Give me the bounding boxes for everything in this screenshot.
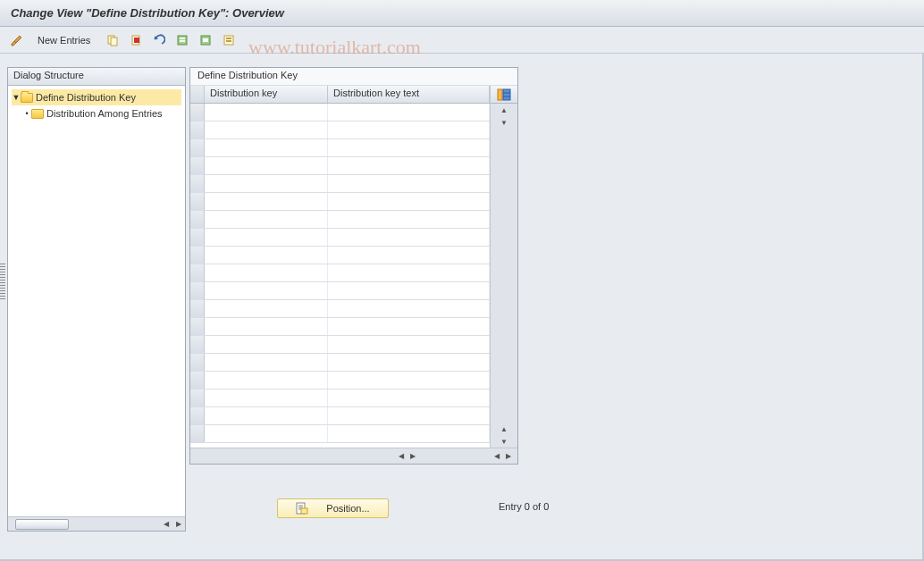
vertical-scrollbar[interactable]: ▲ ▼ ▲ ▼ — [491, 104, 517, 448]
row-selector[interactable] — [190, 336, 205, 353]
table-row[interactable] — [190, 336, 490, 354]
delete-button[interactable] — [126, 30, 146, 50]
cell-distribution-key[interactable] — [205, 211, 328, 228]
scroll-right-icon[interactable]: ▶ — [503, 450, 514, 463]
table-row[interactable] — [190, 139, 490, 157]
scroll-down-icon[interactable]: ▼ — [491, 435, 517, 448]
new-entries-button[interactable]: New Entries — [34, 33, 94, 47]
scroll-up-icon[interactable]: ▲ — [491, 423, 517, 435]
cell-distribution-key[interactable] — [205, 264, 328, 281]
table-row[interactable] — [190, 318, 490, 336]
cell-distribution-key-text[interactable] — [328, 336, 490, 353]
row-selector[interactable] — [190, 407, 205, 424]
cell-distribution-key-text[interactable] — [328, 157, 490, 174]
tree-item-distribution-among[interactable]: • Distribution Among Entries — [12, 105, 181, 121]
table-settings-button[interactable] — [491, 86, 517, 104]
cell-distribution-key[interactable] — [205, 139, 328, 156]
scroll-down-icon[interactable]: ▼ — [491, 116, 517, 129]
row-selector[interactable] — [190, 389, 205, 406]
table-row[interactable] — [190, 247, 490, 264]
table-row[interactable] — [190, 121, 490, 139]
table-row[interactable] — [190, 425, 490, 443]
cell-distribution-key-text[interactable] — [328, 247, 490, 264]
cell-distribution-key[interactable] — [205, 354, 328, 371]
row-selector[interactable] — [190, 175, 205, 192]
toggle-button[interactable] — [7, 30, 27, 50]
row-selector[interactable] — [190, 372, 205, 389]
table-row[interactable] — [190, 157, 490, 175]
cell-distribution-key-text[interactable] — [328, 407, 490, 424]
deselect-all-button[interactable] — [219, 30, 239, 50]
column-distribution-key-text[interactable]: Distribution key text — [328, 86, 490, 103]
cell-distribution-key-text[interactable] — [328, 372, 490, 389]
cell-distribution-key[interactable] — [205, 389, 328, 406]
select-all-column[interactable] — [190, 86, 205, 103]
cell-distribution-key[interactable] — [205, 372, 328, 389]
table-row[interactable] — [190, 282, 490, 300]
cell-distribution-key-text[interactable] — [328, 264, 490, 281]
table-row[interactable] — [190, 354, 490, 372]
cell-distribution-key[interactable] — [205, 407, 328, 424]
select-all-button[interactable] — [172, 30, 192, 50]
cell-distribution-key[interactable] — [205, 175, 328, 192]
cell-distribution-key-text[interactable] — [328, 175, 490, 192]
table-row[interactable] — [190, 229, 490, 247]
row-selector[interactable] — [190, 157, 205, 174]
column-distribution-key[interactable]: Distribution key — [205, 86, 328, 103]
position-button[interactable]: Position... — [277, 498, 389, 518]
cell-distribution-key[interactable] — [205, 282, 328, 299]
row-selector[interactable] — [190, 318, 205, 335]
cell-distribution-key-text[interactable] — [328, 425, 490, 442]
cell-distribution-key[interactable] — [205, 157, 328, 174]
row-selector[interactable] — [190, 139, 205, 156]
cell-distribution-key-text[interactable] — [328, 193, 490, 210]
row-selector[interactable] — [190, 300, 205, 317]
collapse-icon[interactable]: ▼ — [12, 93, 21, 102]
copy-button[interactable] — [103, 30, 122, 50]
cell-distribution-key[interactable] — [205, 425, 328, 442]
cell-distribution-key-text[interactable] — [328, 282, 490, 299]
cell-distribution-key[interactable] — [205, 247, 328, 264]
cell-distribution-key-text[interactable] — [328, 318, 490, 335]
row-selector[interactable] — [190, 247, 205, 264]
cell-distribution-key[interactable] — [205, 104, 328, 121]
table-row[interactable] — [190, 372, 490, 389]
tree-item-define-distribution-key[interactable]: ▼ Define Distribution Key — [12, 89, 181, 105]
undo-button[interactable] — [149, 30, 169, 50]
row-selector[interactable] — [190, 211, 205, 228]
row-selector[interactable] — [190, 425, 205, 442]
select-block-button[interactable] — [196, 30, 215, 50]
cell-distribution-key[interactable] — [205, 229, 328, 246]
cell-distribution-key-text[interactable] — [328, 104, 490, 121]
row-selector[interactable] — [190, 282, 205, 299]
table-row[interactable] — [190, 193, 490, 211]
tree-horizontal-scrollbar[interactable]: ◀ ▶ — [8, 516, 185, 531]
row-selector[interactable] — [190, 229, 205, 246]
scroll-left-icon[interactable]: ◀ — [160, 518, 172, 531]
scroll-up-icon[interactable]: ▲ — [491, 104, 517, 116]
table-row[interactable] — [190, 264, 490, 282]
cell-distribution-key[interactable] — [205, 193, 328, 210]
scroll-right-icon[interactable]: ▶ — [172, 518, 185, 531]
table-row[interactable] — [190, 104, 490, 121]
cell-distribution-key-text[interactable] — [328, 389, 490, 406]
row-selector[interactable] — [190, 193, 205, 210]
cell-distribution-key-text[interactable] — [328, 121, 490, 138]
row-selector[interactable] — [190, 264, 205, 281]
scroll-right-icon[interactable]: ▶ — [407, 450, 418, 463]
cell-distribution-key[interactable] — [205, 121, 328, 138]
cell-distribution-key-text[interactable] — [328, 139, 490, 156]
table-row[interactable] — [190, 389, 490, 407]
table-row[interactable] — [190, 300, 490, 318]
scroll-left-icon[interactable]: ◀ — [396, 450, 407, 463]
splitter-handle[interactable] — [0, 264, 5, 299]
table-row[interactable] — [190, 211, 490, 229]
row-selector[interactable] — [190, 121, 205, 138]
cell-distribution-key[interactable] — [205, 318, 328, 335]
cell-distribution-key-text[interactable] — [328, 300, 490, 317]
table-row[interactable] — [190, 175, 490, 193]
row-selector[interactable] — [190, 354, 205, 371]
cell-distribution-key-text[interactable] — [328, 354, 490, 371]
scroll-left-icon[interactable]: ◀ — [491, 450, 502, 463]
cell-distribution-key[interactable] — [205, 300, 328, 317]
